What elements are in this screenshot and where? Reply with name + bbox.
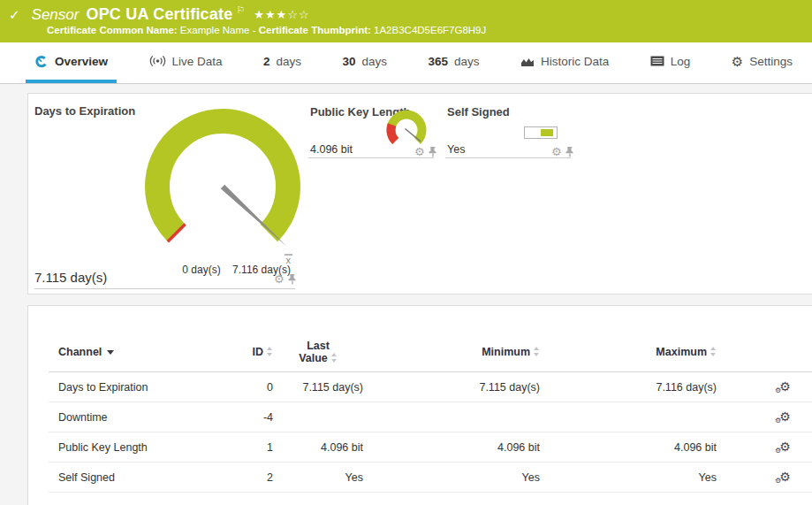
self-signed-value: Yes [447,143,465,156]
cert-thumbprint-label: Certificate Thumbprint: [259,25,371,35]
tab-historic-data[interactable]: Historic Data [512,42,618,83]
column-header-maximum[interactable]: Maximum [540,346,717,358]
tab-2-days-label: days [277,55,302,68]
channel-settings-gears-icon[interactable]: ⚙⚙ [775,411,791,424]
channel-last-value: Yes [273,471,363,484]
table-row: Downtime -4 ⚙⚙ [49,402,812,432]
tab-live-data[interactable]: Live Data [140,42,231,83]
priority-flag-icon[interactable]: ⚐ [236,4,245,16]
tab-30-days[interactable]: 30 days [334,42,397,83]
channel-id: 0 [221,381,273,394]
self-signed-indicator [524,126,558,139]
tab-2-days-number: 2 [263,55,270,68]
self-signed-footer-icons: ⚙ [551,146,574,157]
priority-stars[interactable]: ★★★☆☆ [254,8,309,21]
public-key-divider [308,157,434,158]
tab-historic-data-label: Historic Data [541,55,609,68]
status-ok-check-icon: ✓ [9,7,20,23]
tab-365-days-number: 365 [429,55,449,68]
gauge-divider [34,288,295,289]
cert-common-name-label: Certificate Common Name: [47,25,178,35]
channel-minimum: Yes [363,471,540,484]
tab-settings[interactable]: ⚙ Settings [723,42,801,83]
column-header-channel[interactable]: Channel [49,346,221,358]
days-to-expiration-gauge: x [121,101,324,278]
channel-minimum: 4.096 bit [363,441,540,454]
column-header-last-value[interactable]: Last Value [273,340,363,364]
self-signed-divider [445,157,571,158]
tab-365-days-label: days [454,55,480,68]
channel-maximum: 4.096 bit [540,441,717,454]
tab-overview-label: Overview [55,55,108,68]
tab-30-days-label: days [362,55,388,68]
cert-thumbprint-value: 1A2B3C4D5E6F7G8H9J [374,25,486,35]
channel-id: -4 [221,411,273,424]
cert-common-name-value: Example Name [180,25,250,35]
gauges-panel: Days to Expiration x 0 day(s) 7.116 day(… [27,93,812,295]
sort-icon [534,347,540,356]
table-body: Days to Expiration 0 7.115 day(s) 7.115 … [49,372,812,493]
historic-chart-icon [520,56,535,67]
tab-log[interactable]: Log [641,42,700,83]
channel-minimum: 7.115 day(s) [363,381,540,394]
channel-maximum: Yes [540,471,717,484]
channel-name[interactable]: Self Signed [49,471,221,484]
pin-icon[interactable] [429,146,437,157]
channel-settings-gear-icon[interactable]: ⚙ [274,273,285,285]
channel-id: 2 [221,471,273,484]
sensor-title-row: ✓ Sensor OPC UA Certificate ⚐ ★★★☆☆ [0,0,812,24]
public-key-footer-icons: ⚙ [414,146,437,157]
table-row: Days to Expiration 0 7.115 day(s) 7.115 … [49,372,812,402]
tab-live-data-label: Live Data [172,55,223,68]
channel-maximum: 7.116 day(s) [540,381,717,394]
channel-settings-gears-icon[interactable]: ⚙⚙ [775,441,791,454]
sort-desc-icon [107,350,114,355]
page-title: OPC UA Certificate [86,5,232,24]
channel-id: 1 [221,441,273,454]
tab-bar: Overview Live Data 2 days 30 days 365 da… [0,42,812,84]
sensor-header: ✓ Sensor OPC UA Certificate ⚐ ★★★☆☆ Cert… [0,0,812,42]
tab-overview[interactable]: Overview [26,42,117,83]
gauge-footer-icons: ⚙ [274,273,297,285]
table-row: Public Key Length 1 4.096 bit 4.096 bit … [49,432,812,463]
self-signed-indicator-knob [541,129,553,136]
self-signed-title: Self Signed [447,105,510,119]
subtitle-dash: - [253,25,256,35]
sort-icon [331,353,338,363]
channel-settings-gear-icon[interactable]: ⚙ [551,146,562,157]
channel-last-value: 7.115 day(s) [273,381,363,394]
tab-30-days-number: 30 [343,55,356,68]
channel-name[interactable]: Days to Expiration [49,381,221,394]
column-header-id[interactable]: ID [221,346,273,358]
tab-2-days[interactable]: 2 days [254,42,310,83]
sensor-subtitle: Certificate Common Name: Example Name - … [0,24,812,35]
public-key-length-value: 4.096 bit [310,143,353,156]
channel-settings-gears-icon[interactable]: ⚙⚙ [775,381,791,394]
channel-settings-gear-icon[interactable]: ⚙ [414,146,425,157]
channel-table-panel: Channel ID Last Value Minimum Maximum Da… [27,305,812,505]
sort-icon [710,347,717,356]
channel-name[interactable]: Public Key Length [49,441,221,454]
channel-settings-gears-icon[interactable]: ⚙⚙ [775,471,791,484]
channel-last-value: 4.096 bit [273,441,363,454]
days-to-expiration-value: 7.115 day(s) [34,270,107,285]
tab-365-days[interactable]: 365 days [420,42,489,83]
table-row: Self Signed 2 Yes Yes Yes ⚙⚙ [49,463,812,493]
sort-icon [267,347,273,356]
settings-gear-icon: ⚙ [732,55,743,68]
channel-name[interactable]: Downtime [49,411,221,424]
log-list-icon [650,56,664,66]
gauge-icon [34,54,49,68]
sensor-kicker: Sensor [32,6,80,24]
channel-table: Channel ID Last Value Minimum Maximum Da… [49,340,812,493]
table-header-row: Channel ID Last Value Minimum Maximum [49,340,812,372]
live-data-icon [149,55,166,67]
pin-icon[interactable] [288,273,297,285]
pin-icon[interactable] [565,146,574,157]
tab-settings-label: Settings [749,55,793,68]
column-header-minimum[interactable]: Minimum [363,346,540,358]
tab-log-label: Log [671,55,691,68]
